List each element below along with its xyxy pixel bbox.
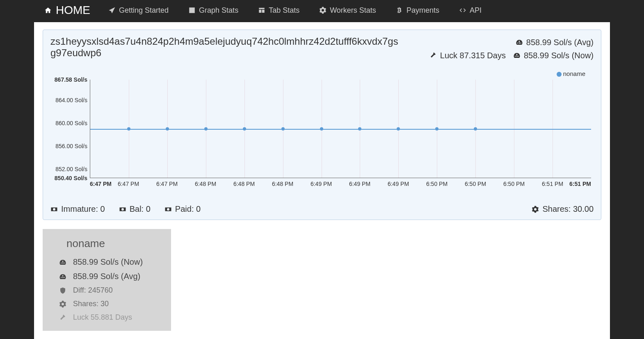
luck-label: Luck 87.315 Days (440, 49, 506, 62)
home-icon (44, 7, 52, 14)
worker-shares-label: Shares: 30 (73, 300, 109, 308)
avg-label: 858.99 Sol/s (Avg) (526, 36, 594, 49)
y-tick: 856.00 Sol/s (50, 143, 87, 149)
worker-card: noname 858.99 Sol/s (Now) 858.99 Sol/s (… (43, 229, 171, 331)
hashrate-chart[interactable]: 867.58 Sol/s864.00 Sol/s860.00 Sol/s856.… (90, 80, 591, 186)
navbar: HOME Getting Started Graph Stats Tab Sta… (0, 0, 644, 21)
luck-metric: Luck 87.315 Days (429, 49, 506, 62)
worker-shares: Shares: 30 (59, 300, 161, 308)
x-tick: 6:49 PM (311, 181, 332, 187)
immature-label: Immature: 0 (61, 204, 105, 214)
bitcoin-icon (396, 7, 403, 14)
worker-luck-label: Luck 55.881 Days (73, 313, 132, 322)
worker-diff-label: Diff: 245760 (73, 286, 113, 295)
data-point (397, 127, 400, 131)
wallet-address: zs1heyysxlsd4as7u4n824p2h4m9a5elejudyuq7… (50, 36, 403, 59)
nav-label: API (470, 6, 482, 15)
shares-label: Shares: 30.00 (542, 204, 594, 214)
header-metrics: 858.99 Sol/s (Avg) Luck 87.315 Days (429, 36, 594, 62)
x-tick: 6:51 PM (569, 181, 591, 187)
worker-now-label: 858.99 Sol/s (Now) (73, 257, 143, 267)
content: zs1heyysxlsd4as7u4n824p2h4m9a5elejudyuq7… (34, 22, 610, 339)
nav-tab-stats[interactable]: Tab Stats (254, 5, 304, 16)
chart-legend: noname (50, 70, 594, 77)
y-tick: 860.00 Sol/s (50, 120, 87, 126)
immature-stat: Immature: 0 (50, 204, 105, 214)
worker-avg: 858.99 Sol/s (Avg) (59, 272, 161, 281)
x-tick: 6:50 PM (503, 181, 525, 187)
x-tick: 6:48 PM (233, 181, 255, 187)
data-point (166, 127, 169, 131)
worker-diff: Diff: 245760 (59, 286, 161, 295)
balance-label: Bal: 0 (130, 204, 151, 214)
chart-icon (188, 7, 196, 14)
data-point (320, 127, 323, 131)
gauge-icon (59, 273, 66, 280)
now-label: 858.99 Sol/s (Now) (524, 49, 594, 62)
worker-avg-label: 858.99 Sol/s (Avg) (73, 272, 140, 281)
panel-header: zs1heyysxlsd4as7u4n824p2h4m9a5elejudyuq7… (50, 36, 594, 62)
legend-dot-icon (557, 72, 562, 77)
x-tick: 6:49 PM (349, 181, 370, 187)
code-icon (459, 7, 466, 14)
nav-label: Tab Stats (269, 6, 299, 15)
nav-graph-stats[interactable]: Graph Stats (184, 5, 242, 16)
chart-plot (90, 80, 591, 178)
nav-label: Workers Stats (330, 6, 376, 15)
money-icon (119, 206, 126, 213)
gears-icon (319, 7, 327, 14)
data-point (127, 127, 130, 131)
legend-label: noname (563, 70, 585, 77)
x-tick: 6:50 PM (426, 181, 448, 187)
table-icon (258, 7, 265, 14)
gear-icon (59, 300, 66, 308)
y-tick: 852.00 Sol/s (50, 166, 87, 172)
x-tick: 6:48 PM (195, 181, 216, 187)
nav-payments[interactable]: Payments (392, 5, 443, 16)
hammer-icon (429, 52, 437, 59)
nav-api[interactable]: API (455, 5, 486, 16)
x-tick: 6:47 PM (90, 181, 112, 187)
pin-icon (59, 314, 66, 321)
worker-luck: Luck 55.881 Days (59, 313, 161, 322)
nav-label: Payments (406, 6, 439, 15)
y-tick: 864.00 Sol/s (50, 97, 87, 103)
shield-icon (59, 287, 66, 294)
nav-workers-stats[interactable]: Workers Stats (315, 5, 380, 16)
avg-hashrate: 858.99 Sol/s (Avg) (516, 36, 594, 49)
worker-name: noname (66, 237, 161, 250)
x-tick: 6:50 PM (465, 181, 486, 187)
shares-stat: Shares: 30.00 (532, 204, 594, 214)
x-tick: 6:49 PM (388, 181, 409, 187)
nav-home[interactable]: HOME (44, 4, 90, 17)
worker-now: 858.99 Sol/s (Now) (59, 257, 161, 267)
money-icon (50, 206, 58, 213)
money-icon (164, 206, 172, 213)
gear-icon (532, 206, 539, 213)
arrow-icon (108, 7, 116, 14)
data-point (281, 127, 285, 131)
x-tick: 6:48 PM (272, 181, 293, 187)
panel-footer: Immature: 0 Bal: 0 Paid: 0 Shares: 30.00 (50, 204, 594, 214)
stats-panel: zs1heyysxlsd4as7u4n824p2h4m9a5elejudyuq7… (43, 30, 601, 220)
paid-stat: Paid: 0 (164, 204, 201, 214)
data-point (474, 127, 477, 131)
chart-area: noname 867.58 Sol/s864.00 Sol/s860.00 So… (50, 70, 594, 186)
balance-stat: Bal: 0 (119, 204, 151, 214)
x-tick: 6:51 PM (542, 181, 563, 187)
gauge-icon (513, 52, 521, 59)
data-point (243, 127, 246, 131)
nav-getting-started[interactable]: Getting Started (104, 5, 173, 16)
nav-label: Getting Started (119, 6, 169, 15)
y-tick: 867.58 Sol/s (50, 76, 87, 83)
paid-label: Paid: 0 (175, 204, 201, 214)
gauge-icon (516, 39, 523, 46)
gauge-icon (59, 259, 66, 266)
x-tick: 6:47 PM (118, 181, 139, 187)
y-tick: 850.40 Sol/s (50, 175, 87, 181)
nav-label: Graph Stats (199, 6, 238, 15)
data-point (435, 127, 438, 131)
footer-left: Immature: 0 Bal: 0 Paid: 0 (50, 204, 201, 214)
nav-home-label: HOME (56, 4, 90, 17)
now-hashrate: 858.99 Sol/s (Now) (513, 49, 594, 62)
